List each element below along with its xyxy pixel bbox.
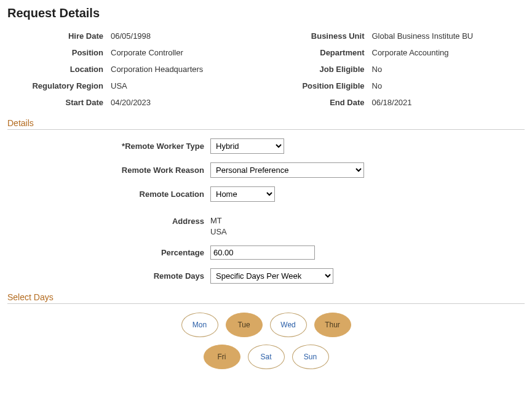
- address-value: MT USA: [210, 215, 525, 237]
- remote-days-label: Remote Days: [7, 271, 204, 281]
- day-label: Thur: [325, 321, 340, 329]
- position-eligible-value: No: [372, 81, 525, 90]
- day-thur[interactable]: Thur: [314, 313, 351, 337]
- start-date-value: 04/20/2023: [111, 98, 264, 107]
- day-mon[interactable]: Mon: [181, 313, 218, 337]
- remote-work-reason-select[interactable]: Personal Preference: [210, 162, 364, 178]
- location-label: Location: [7, 65, 106, 74]
- position-eligible-label: Position Eligible: [269, 81, 367, 90]
- end-date-label: End Date: [269, 98, 367, 107]
- day-sun[interactable]: Sun: [292, 345, 329, 369]
- percentage-input[interactable]: [210, 245, 315, 260]
- remote-worker-type-label: *Remote Worker Type: [7, 142, 204, 151]
- start-date-label: Start Date: [7, 98, 106, 107]
- remote-worker-type-select[interactable]: Hybrid: [210, 138, 284, 154]
- remote-location-label: Remote Location: [7, 190, 204, 199]
- business-unit-value: Global Business Institute BU: [372, 31, 525, 41]
- department-label: Department: [269, 48, 367, 57]
- day-label: Sat: [260, 353, 271, 361]
- day-label: Sun: [304, 353, 317, 361]
- position-value: Corporate Controller: [111, 48, 264, 57]
- business-unit-label: Business Unit: [269, 31, 367, 41]
- day-fri[interactable]: Fri: [204, 345, 240, 369]
- page-title: Request Details: [7, 6, 525, 20]
- remote-work-reason-label: Remote Work Reason: [7, 166, 204, 175]
- day-label: Fri: [218, 353, 226, 361]
- department-value: Corporate Accounting: [372, 48, 525, 57]
- regulatory-region-value: USA: [111, 81, 264, 90]
- job-eligible-label: Job Eligible: [269, 65, 367, 74]
- hire-date-value: 06/05/1998: [111, 31, 264, 41]
- day-tue[interactable]: Tue: [226, 313, 263, 337]
- position-label: Position: [7, 48, 106, 57]
- day-wed[interactable]: Wed: [270, 313, 307, 337]
- day-label: Wed: [280, 321, 295, 329]
- request-summary: Hire Date 06/05/1998 Business Unit Globa…: [7, 31, 525, 107]
- remote-days-select[interactable]: Specific Days Per Week: [210, 268, 333, 284]
- address-line-2: USA: [210, 226, 525, 237]
- remote-location-select[interactable]: Home: [210, 186, 275, 202]
- hire-date-label: Hire Date: [7, 31, 106, 41]
- details-section-header: Details: [7, 118, 525, 130]
- day-label: Mon: [193, 321, 207, 329]
- job-eligible-value: No: [372, 65, 525, 74]
- day-label: Tue: [237, 321, 250, 329]
- location-value: Corporation Headquarters: [111, 65, 264, 74]
- address-line-1: MT: [210, 215, 525, 226]
- address-label: Address: [7, 215, 204, 226]
- percentage-label: Percentage: [7, 248, 204, 257]
- day-sat[interactable]: Sat: [248, 345, 285, 369]
- end-date-value: 06/18/2021: [372, 98, 525, 107]
- days-container: Mon Tue Wed Thur Fri Sat Sun: [94, 313, 439, 369]
- select-days-section-header: Select Days: [7, 292, 525, 304]
- regulatory-region-label: Regulatory Region: [7, 81, 106, 90]
